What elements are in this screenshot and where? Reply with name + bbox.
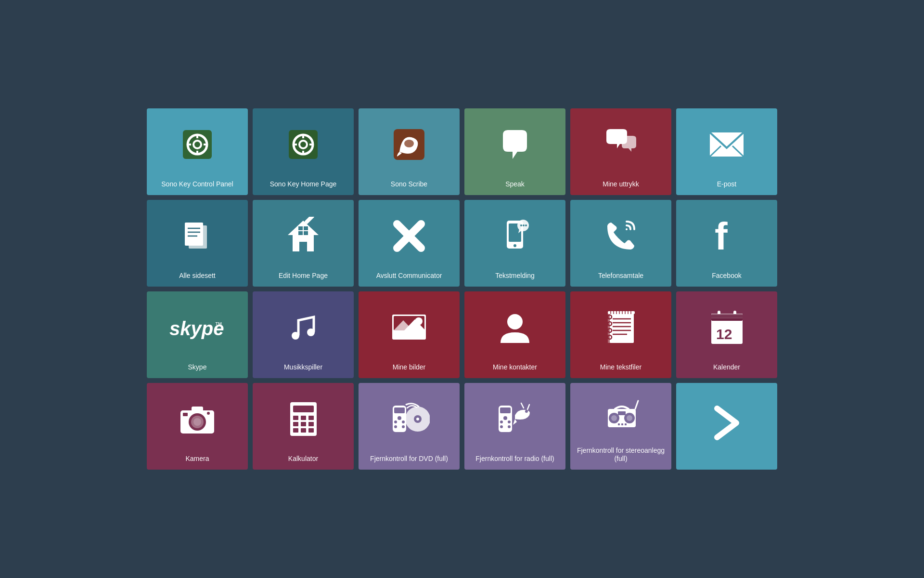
tile-label: Kalkulator [284, 455, 322, 463]
svg-rect-84 [183, 413, 188, 416]
tile-label: Mine uttrykk [599, 180, 642, 188]
mine-kontakter-icon [496, 308, 534, 347]
icon-area [359, 108, 460, 180]
app-grid: Sono Key Control Panel Sono Key Home Pag… [128, 89, 796, 489]
svg-rect-75 [711, 314, 743, 321]
icon-area [570, 383, 671, 447]
tile-label: Avslutt Communicator [372, 272, 446, 280]
tile-label: Kalender [709, 363, 744, 371]
tile-sono-key-home-page[interactable]: Sono Key Home Page [253, 108, 354, 195]
svg-point-114 [525, 410, 528, 413]
tile-fjernkontroll-radio[interactable]: Fjernkontroll for radio (full) [464, 383, 565, 470]
tile-label: Tekstmelding [491, 272, 539, 280]
tile-avslutt-communicator[interactable]: Avslutt Communicator [359, 200, 460, 287]
svg-rect-124 [618, 423, 620, 425]
tile-mine-tekstfiler[interactable]: Mine tekstfiler [570, 291, 671, 378]
tile-mine-kontakter[interactable]: Mine kontakter [464, 291, 565, 378]
tile-label: Musikkspiller [280, 363, 326, 371]
svg-rect-96 [308, 428, 314, 433]
icon-area [570, 291, 671, 363]
svg-rect-20 [185, 223, 203, 246]
tile-tekstmelding[interactable]: Tekstmelding [464, 200, 565, 287]
tekstmelding-icon [498, 217, 532, 255]
icon-area: skype ™ [147, 291, 248, 363]
tile-musikkspiller[interactable]: Musikkspiller [253, 291, 354, 378]
svg-point-121 [627, 415, 632, 421]
tile-mine-bilder[interactable]: Mine bilder [359, 291, 460, 378]
icon-area [676, 108, 777, 180]
fjernkontroll-radio-icon [495, 401, 536, 437]
tile-kalender[interactable]: 12 Kalender [676, 291, 777, 378]
icon-area [253, 383, 354, 455]
tile-speak[interactable]: Speak [464, 108, 565, 195]
sono-key-hp-icon [282, 123, 325, 166]
tile-facebook[interactable]: f Facebook [676, 200, 777, 287]
tile-label: Sono Key Home Page [266, 180, 341, 188]
tile-edit-home-page[interactable]: Edit Home Page [253, 200, 354, 287]
tile-label: Mine kontakter [489, 363, 541, 371]
tile-alle-sidesett[interactable]: Alle sidesett [147, 200, 248, 287]
svg-point-37 [523, 224, 525, 226]
tile-telefonsamtale[interactable]: Telefonsamtale [570, 200, 671, 287]
svg-point-109 [503, 416, 507, 420]
svg-rect-95 [301, 428, 306, 433]
tile-next[interactable] [676, 383, 777, 470]
svg-rect-93 [308, 422, 314, 426]
facebook-icon: f [712, 217, 741, 255]
next-arrow-icon [712, 404, 741, 442]
svg-point-106 [416, 418, 419, 420]
icon-area [676, 383, 777, 463]
svg-point-34 [513, 244, 516, 247]
svg-point-42 [292, 332, 299, 340]
svg-rect-108 [500, 407, 511, 413]
icon-area [570, 108, 671, 180]
skype-icon: skype ™ [168, 314, 226, 341]
tile-sono-scribe[interactable]: Sono Scribe [359, 108, 460, 195]
svg-point-43 [307, 328, 315, 336]
icon-area [253, 108, 354, 180]
icon-area [464, 383, 565, 455]
svg-point-112 [500, 425, 503, 428]
svg-point-100 [394, 420, 397, 423]
icon-area [359, 200, 460, 272]
tile-label: Skype [184, 363, 211, 371]
icon-area [570, 200, 671, 272]
alle-sidesett-icon [178, 217, 217, 255]
svg-point-15 [404, 140, 414, 147]
svg-point-36 [520, 224, 522, 226]
tile-fjernkontroll-dvd[interactable]: Fjernkontroll for DVD (full) [359, 383, 460, 470]
speak-icon [496, 125, 534, 164]
icon-area [464, 108, 565, 180]
tile-label: E-post [713, 180, 740, 188]
tile-skype[interactable]: skype ™ Skype [147, 291, 248, 378]
tile-label: Kamera [181, 455, 213, 463]
tile-label: Sono Key Control Panel [157, 180, 237, 188]
svg-rect-122 [618, 411, 626, 415]
svg-point-119 [611, 415, 617, 421]
musikkspiller-icon [284, 308, 322, 347]
svg-line-115 [521, 403, 524, 408]
svg-line-116 [527, 405, 529, 409]
svg-point-111 [508, 420, 511, 423]
svg-rect-88 [293, 416, 298, 420]
svg-line-123 [635, 401, 638, 409]
icon-area [253, 200, 354, 272]
tile-mine-uttrykk[interactable]: Mine uttrykk [570, 108, 671, 195]
tile-kamera[interactable]: Kamera [147, 383, 248, 470]
svg-point-85 [207, 412, 210, 415]
svg-rect-94 [293, 428, 298, 433]
tile-fjernkontroll-stereo[interactable]: Fjernkontroll for stereoanlegg (full) [570, 383, 671, 470]
tile-sono-key-control-panel[interactable]: Sono Key Control Panel [147, 108, 248, 195]
svg-point-82 [193, 418, 201, 426]
svg-rect-126 [625, 423, 627, 425]
svg-rect-50 [610, 312, 634, 343]
tile-kalkulator[interactable]: Kalkulator [253, 383, 354, 470]
tile-label: Fjernkontroll for DVD (full) [366, 455, 452, 463]
icon-area [147, 383, 248, 455]
icon-area [147, 200, 248, 272]
kalkulator-icon [288, 400, 319, 438]
tile-label: Fjernkontroll for stereoanlegg (full) [570, 447, 671, 463]
svg-point-113 [508, 425, 511, 428]
tile-e-post[interactable]: E-post [676, 108, 777, 195]
svg-point-101 [402, 420, 405, 423]
